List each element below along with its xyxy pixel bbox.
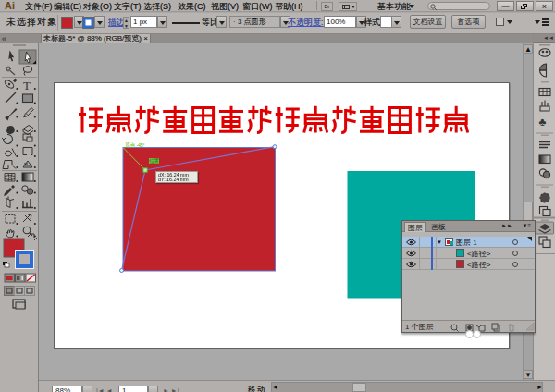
svg-text:♣: ♣ — [539, 116, 547, 129]
svg-text:T: T — [23, 79, 31, 92]
